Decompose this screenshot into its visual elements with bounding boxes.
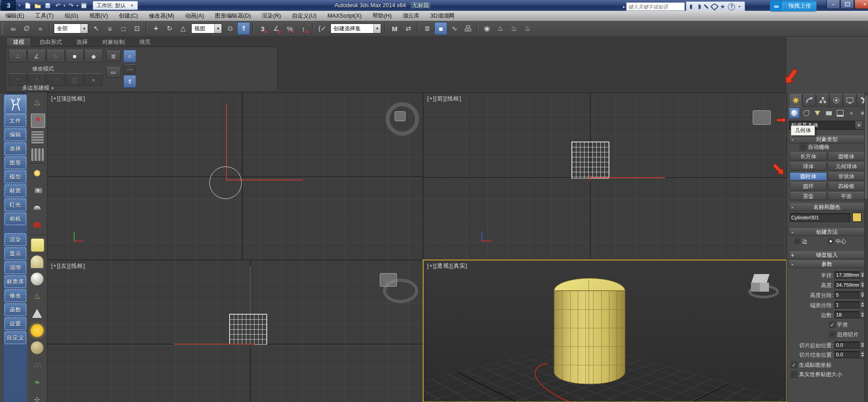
viewcube[interactable] <box>740 273 781 300</box>
tab-display[interactable] <box>843 94 856 107</box>
sidebar-item-select[interactable]: 选择 <box>5 142 26 155</box>
viewport-left-label[interactable]: [+][左][线框] <box>51 262 85 270</box>
sidebar-item-light[interactable]: 灯光 <box>5 199 26 211</box>
tab-hierarchy[interactable] <box>816 94 829 107</box>
button-torus[interactable]: 圆环 <box>790 182 827 190</box>
polygon-mode-button[interactable]: ■ <box>66 50 84 62</box>
tab-modify[interactable] <box>802 94 816 107</box>
button-pyramid[interactable]: 四棱锥 <box>828 182 865 190</box>
sidebar-item-display[interactable]: 显示 <box>5 247 26 260</box>
help-caret-icon[interactable]: ▼ <box>738 5 741 8</box>
toolbar-drag-handle[interactable] <box>2 23 5 34</box>
redo-caret-icon[interactable]: ▼ <box>76 4 79 7</box>
viewcube-box[interactable] <box>395 111 406 121</box>
undo-button[interactable]: ↶ <box>53 1 63 10</box>
cap-segments-field[interactable]: 1 <box>835 301 861 308</box>
sidebar-item-customize[interactable]: 自定义 <box>5 331 26 344</box>
communication-satellite-icon[interactable] <box>710 2 718 10</box>
rollout-object-type[interactable]: -对象类型 <box>789 136 865 143</box>
button-geosphere[interactable]: 几何球体 <box>828 162 865 170</box>
select-object-button[interactable]: ↖ <box>90 22 103 35</box>
sidebar-item-material[interactable]: 材质 <box>5 184 26 197</box>
snap-toggle-3d-button[interactable]: 3 <box>256 22 269 35</box>
drag-upload-button[interactable]: ∞ 拖拽上传 <box>770 0 816 11</box>
viewcube-right-face[interactable] <box>760 283 769 292</box>
height-segments-field[interactable]: 5 <box>835 291 861 298</box>
window-crossing-toggle[interactable]: ⊡ <box>131 22 143 35</box>
slice-from-field[interactable]: 0.0 <box>835 341 861 349</box>
constrain-tool-button[interactable]: ◫ <box>66 73 84 86</box>
sidebar-item-camera[interactable]: 相机 <box>5 213 26 225</box>
polygon-modeling-label[interactable]: 多边形建模 ▼ <box>22 84 54 92</box>
foliage-icon[interactable]: ❧ <box>31 376 43 388</box>
mirror-button[interactable]: M <box>388 22 401 35</box>
viewcube-top-face[interactable] <box>751 274 769 283</box>
menu-maxscript[interactable]: MAXScript(X) <box>322 11 367 21</box>
rollout-keyboard-entry[interactable]: +键盘输入 <box>789 251 865 259</box>
bind-to-space-warp-button[interactable]: ≈ <box>34 22 47 35</box>
sphere-primitive-icon[interactable] <box>31 273 43 285</box>
tab-motion[interactable] <box>830 94 843 107</box>
viewport-front[interactable]: [+][前][线框] <box>423 93 787 259</box>
rollout-parameters[interactable]: -参数 <box>789 260 865 268</box>
button-cylinder[interactable]: 圆柱体 <box>790 172 827 180</box>
redo-button[interactable]: ↷ <box>66 1 76 10</box>
menu-customize[interactable]: 自定义(U) <box>286 11 322 21</box>
save-button[interactable] <box>43 1 53 10</box>
sidebar-item-model[interactable]: 模型 <box>5 170 26 183</box>
subcat-space-warps[interactable]: ≈ <box>846 108 856 118</box>
collapse-stack-button[interactable]: ≣ <box>106 51 121 61</box>
plane-primitive-icon[interactable] <box>31 238 44 252</box>
video-camera-icon[interactable] <box>31 218 43 231</box>
teapot-render-icon[interactable]: ♨ <box>31 96 43 109</box>
button-plane[interactable]: 平面 <box>828 192 865 200</box>
subcat-cameras[interactable] <box>824 108 834 118</box>
viewport-perspective[interactable]: [+][透视][真实] <box>423 260 787 402</box>
render-production-button[interactable]: ♨ <box>521 22 534 35</box>
tab-create[interactable] <box>789 94 802 107</box>
sun-icon[interactable] <box>31 324 43 337</box>
rendered-frame-window-button[interactable]: ♨ <box>508 22 520 35</box>
dome-primitive-icon[interactable] <box>31 255 43 268</box>
figure-icon[interactable]: ⊹ <box>31 393 43 402</box>
element-mode-button[interactable]: ◆ <box>85 50 103 62</box>
sides-field[interactable]: 18 <box>835 311 861 318</box>
curve-editor-button[interactable]: ∿ <box>448 22 461 35</box>
menu-views[interactable]: 视图(V) <box>84 11 113 21</box>
light-keyboard-icon[interactable] <box>31 167 43 180</box>
angle-snap-toggle[interactable]: ∠ <box>270 22 283 35</box>
edit-named-selection-sets-button[interactable]: {✓ <box>316 22 329 35</box>
menu-rendering[interactable]: 渲染(R) <box>256 11 286 21</box>
select-and-rotate-button[interactable]: ↻ <box>163 22 176 35</box>
camera-question-icon[interactable] <box>31 184 43 197</box>
viewcube-ring[interactable] <box>383 279 418 303</box>
graphite-ribbon-toggle[interactable]: ■ <box>434 22 447 35</box>
viewport-top-label[interactable]: [+][顶][线框] <box>51 95 85 103</box>
menu-group[interactable]: 组(G) <box>59 11 84 21</box>
button-tube[interactable]: 管状体 <box>828 172 865 180</box>
panel-grid-icon[interactable] <box>31 148 44 161</box>
align-button[interactable]: ⇄ <box>402 22 415 35</box>
select-and-link-button[interactable]: ∞ <box>7 22 19 35</box>
app-menu-caret-icon[interactable]: ▼ <box>18 4 21 8</box>
real-world-map-size-checkbox[interactable] <box>791 371 797 378</box>
reference-coordinate-dropdown[interactable]: 视图▼ <box>191 24 222 33</box>
sidebar-item-edit[interactable]: 编辑 <box>5 128 26 141</box>
viewcube-left-face[interactable] <box>751 283 760 292</box>
button-box[interactable]: 长方体 <box>790 152 827 161</box>
rollout-name-color[interactable]: -名称和颜色 <box>789 203 865 211</box>
height-field[interactable]: 34.759mm <box>835 281 861 288</box>
button-teapot[interactable]: 茶壶 <box>790 192 827 200</box>
favorites-star-icon[interactable]: ★ <box>720 3 726 10</box>
select-and-move-button[interactable]: + <box>150 22 162 35</box>
restore-button[interactable] <box>840 0 854 9</box>
menu-edit[interactable]: 编辑(E) <box>0 11 30 21</box>
sidebar-item-render[interactable]: 渲染 <box>5 233 26 246</box>
infocenter-expand-icon[interactable]: ▸ <box>623 5 625 9</box>
ribbon-tab-modeling[interactable]: 建模 <box>6 38 31 47</box>
sidebar-item-cleanup[interactable]: 清理 <box>5 261 26 274</box>
material-editor-button[interactable]: ◉ <box>481 22 493 35</box>
subcat-lights[interactable] <box>812 108 822 118</box>
sidebar-item-function[interactable]: 函数 <box>5 303 26 316</box>
menu-animation[interactable]: 动画(A) <box>179 11 209 21</box>
